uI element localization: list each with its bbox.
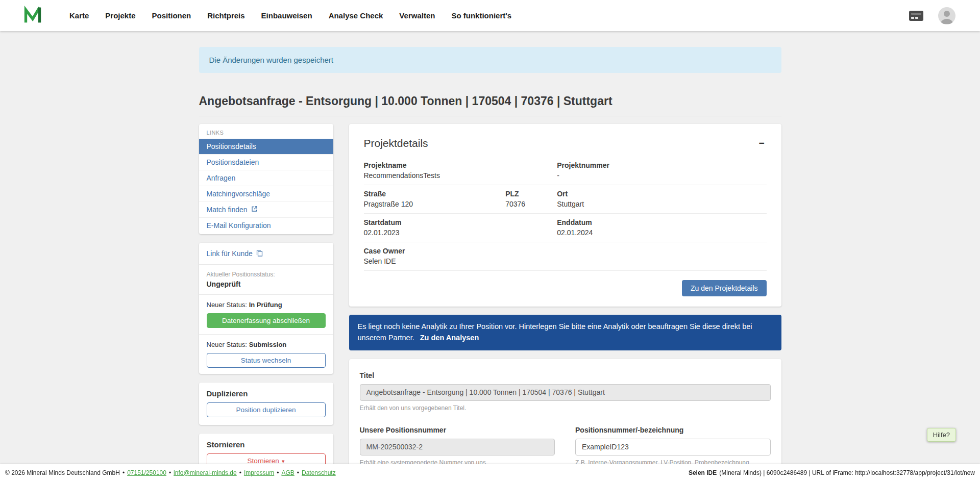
- sidebar-item-matchingvorschlaege[interactable]: Matchingvorschläge: [199, 186, 333, 201]
- projektname-value: RecommendationsTests: [364, 171, 506, 180]
- navbar-right: [909, 7, 955, 24]
- current-status-label: Aktueller Positionsstatus:: [207, 271, 326, 278]
- footer-copyright: © 2026 Mineral Minds Deutschland GmbH: [5, 469, 120, 476]
- enddatum-value: 02.01.2024: [557, 229, 766, 237]
- status-card: Link für Kunde Aktueller Positionsstatus…: [199, 243, 333, 374]
- sidebar-item-anfragen[interactable]: Anfragen: [199, 170, 333, 186]
- case-owner-label: Case Owner: [364, 247, 506, 255]
- startdatum-label: Startdatum: [364, 218, 506, 226]
- project-row: Startdatum 02.01.2023 Enddatum 02.01.202…: [364, 214, 767, 242]
- brand-logo[interactable]: [23, 5, 42, 27]
- nav-item-verwalten[interactable]: Verwalten: [399, 11, 435, 20]
- footer-session-info: Selen IDE (Mineral Minds) | 6090c2486489…: [689, 469, 975, 476]
- nav-item-karte[interactable]: Karte: [69, 11, 89, 20]
- project-details-button[interactable]: Zu den Projektdetails: [682, 280, 767, 296]
- duplicate-card: Duplizieren Position duplizieren: [199, 383, 333, 425]
- nav-item-analyse-check[interactable]: Analyse Check: [329, 11, 383, 20]
- caret-down-icon: ▾: [282, 458, 285, 464]
- next-status-2: Neuer Status: Submission: [207, 341, 326, 348]
- position-number-input[interactable]: [575, 439, 771, 455]
- current-status-value: Ungeprüft: [207, 280, 326, 288]
- title-divider: [199, 116, 781, 116]
- user-avatar[interactable]: [938, 7, 955, 24]
- footer: © 2026 Mineral Minds Deutschland GmbH • …: [0, 464, 980, 481]
- collapse-icon[interactable]: −: [756, 137, 766, 149]
- navbar: Karte Projekte Positionen Richtpreis Ein…: [0, 0, 980, 31]
- sidebar-item-positionsdateien[interactable]: Positionsdateien: [199, 154, 333, 170]
- strasse-label: Straße: [364, 190, 506, 198]
- customer-link[interactable]: Link für Kunde: [207, 249, 263, 258]
- page-title: Angebotsanfrage - Entsorgung | 10.000 To…: [199, 94, 781, 108]
- nav-item-so-funktionierts[interactable]: So funktioniert's: [451, 11, 511, 20]
- main-nav: Karte Projekte Positionen Richtpreis Ein…: [69, 11, 511, 20]
- projektnummer-label: Projektnummer: [557, 161, 766, 169]
- links-header: LINKS: [199, 124, 333, 139]
- strasse-value: Pragstraße 120: [364, 200, 506, 208]
- ort-label: Ort: [557, 190, 766, 198]
- nav-item-positionen[interactable]: Positionen: [152, 11, 191, 20]
- analytics-banner-text: Es liegt noch keine Analytik zu Ihrer Po…: [358, 322, 752, 342]
- startdatum-value: 02.01.2023: [364, 229, 506, 237]
- help-button[interactable]: Hilfe?: [927, 428, 956, 442]
- projektname-label: Projektname: [364, 161, 506, 169]
- position-form-card: Titel Erhält den von uns vorgegebenen Ti…: [349, 359, 781, 481]
- plz-value: 70376: [505, 200, 557, 208]
- titel-input: [360, 384, 771, 401]
- analytics-banner-link[interactable]: Zu den Analysen: [420, 334, 479, 342]
- project-details-heading: Projektdetails: [364, 137, 428, 149]
- project-row: Straße Pragstraße 120 PLZ 70376 Ort Stut…: [364, 185, 767, 214]
- success-alert: Die Änderungen wurden gespeichert: [199, 47, 781, 73]
- finish-data-entry-button[interactable]: Datenerfassung abschließen: [207, 313, 326, 328]
- our-number-label: Unsere Positionsnummer: [360, 426, 555, 434]
- footer-agb-link[interactable]: AGB: [281, 469, 294, 476]
- nav-item-einbauweisen[interactable]: Einbauweisen: [261, 11, 312, 20]
- sidebar-item-email-konfiguration[interactable]: E-Mail Konfiguration: [199, 217, 333, 233]
- footer-user: Selen IDE: [689, 469, 717, 476]
- plz-label: PLZ: [505, 190, 557, 198]
- nav-item-projekte[interactable]: Projekte: [105, 11, 135, 20]
- sidebar-item-positionsdetails[interactable]: Positionsdetails: [199, 139, 333, 154]
- duplicate-title: Duplizieren: [207, 389, 326, 398]
- nav-item-richtpreis[interactable]: Richtpreis: [207, 11, 244, 20]
- ort-value: Stuttgart: [557, 200, 766, 208]
- position-number-label: Positionsnummer/-bezeichnung: [575, 426, 771, 434]
- footer-email-link[interactable]: info@mineral-minds.de: [174, 469, 237, 476]
- footer-impressum-link[interactable]: Impressum: [244, 469, 274, 476]
- duplicate-position-button[interactable]: Position duplizieren: [207, 402, 326, 417]
- project-details-card: Projektdetails − Projektname Recommendat…: [349, 124, 781, 307]
- mineral-minds-logo-icon: [23, 5, 42, 27]
- footer-meta: (Mineral Minds) | 6090c2486489 | URL of …: [719, 469, 975, 476]
- project-row: Projektname RecommendationsTests Projekt…: [364, 157, 767, 185]
- enddatum-label: Enddatum: [557, 218, 766, 226]
- titel-help: Erhält den von uns vorgegebenen Titel.: [360, 404, 771, 412]
- footer-phone-link[interactable]: 07151/250100: [127, 469, 166, 476]
- analytics-banner: Es liegt noch keine Analytik zu Ihrer Po…: [349, 315, 781, 350]
- copy-icon: [256, 249, 263, 258]
- project-row: Case Owner Selen IDE: [364, 242, 767, 271]
- external-link-icon: [251, 206, 258, 214]
- our-number-input: [360, 439, 555, 455]
- card-icon[interactable]: [909, 10, 924, 21]
- sidebar: LINKS Positionsdetails Positionsdateien …: [199, 124, 333, 481]
- cancel-title: Stornieren: [207, 440, 326, 449]
- next-status-1: Neuer Status: In Prüfung: [207, 301, 326, 309]
- titel-label: Titel: [360, 371, 771, 379]
- sidebar-links-card: LINKS Positionsdetails Positionsdateien …: [199, 124, 333, 234]
- main-column: Projektdetails − Projektname Recommendat…: [349, 124, 781, 481]
- case-owner-value: Selen IDE: [364, 257, 506, 265]
- switch-status-button[interactable]: Status wechseln: [207, 353, 326, 368]
- footer-datenschutz-link[interactable]: Datenschutz: [302, 469, 336, 476]
- footer-left: © 2026 Mineral Minds Deutschland GmbH • …: [5, 469, 336, 476]
- projektnummer-value: -: [557, 171, 766, 180]
- alert-message: Die Änderungen wurden gespeichert: [209, 56, 334, 64]
- page-content: Die Änderungen wurden gespeichert Angebo…: [199, 47, 781, 481]
- sidebar-item-match-finden[interactable]: Match finden: [199, 201, 333, 217]
